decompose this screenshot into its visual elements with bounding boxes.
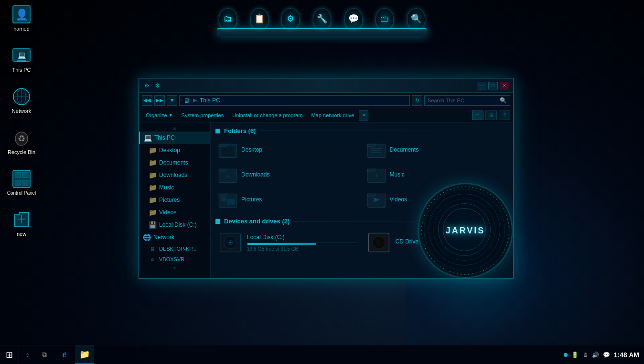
taskbar-app-explorer[interactable]: 📁	[75, 345, 94, 364]
volume-icon[interactable]: 🔊	[592, 352, 599, 358]
taskbar-app-edge[interactable]: e	[55, 345, 74, 364]
sidebar-item-videos[interactable]: 📁 Videos	[139, 206, 210, 219]
main-panel: Folders (6) Desktop	[211, 122, 513, 278]
sidebar-label-downloads: Downloads	[159, 172, 187, 178]
taskbar-search-icon: ○	[25, 351, 30, 359]
sidebar-label-desktop-kp: DESKTOP-KP...	[159, 246, 196, 252]
desktop-icon-hamed[interactable]: 👤 hamed	[5, 5, 38, 32]
svg-text:♻: ♻	[18, 134, 25, 143]
folder-music[interactable]: ♪ Music	[364, 164, 509, 185]
dropdown-button[interactable]: ▼	[167, 95, 177, 106]
sidebar-item-documents[interactable]: 📁 Documents	[139, 156, 210, 169]
sidebar-item-desktop[interactable]: 📁 Desktop	[139, 144, 210, 156]
minimize-button[interactable]: —	[477, 82, 486, 89]
sidebar-item-music[interactable]: 📁 Music	[139, 181, 210, 194]
network-tray-icon: 🖥	[582, 352, 588, 358]
recycle-icon: ♻	[12, 128, 31, 147]
organize-button[interactable]: Organize ▼	[142, 110, 177, 121]
search-icon[interactable]: 🔍	[500, 97, 507, 104]
svg-point-41	[421, 187, 509, 274]
dock-icon-5[interactable]: 💬	[344, 8, 363, 29]
svg-rect-29	[222, 198, 226, 201]
folder-music-label: Music	[390, 171, 405, 178]
map-drive-button[interactable]: Map network drive	[308, 110, 358, 121]
folder-documents[interactable]: Documents	[364, 139, 509, 160]
explorer-icon: 📁	[79, 349, 90, 360]
task-view-button[interactable]: ⧉	[36, 345, 53, 364]
uninstall-button[interactable]: Uninstall or change a program	[228, 110, 306, 121]
sidebar-item-desktop-kp[interactable]: 🖥 DESKTOP-KP...	[139, 243, 210, 254]
devices-title: Devices and drives (2)	[224, 218, 290, 225]
thispc-icon: 💻	[12, 46, 31, 65]
sidebar-item-local-disk[interactable]: 💾 Local Disk (C:)	[139, 219, 210, 231]
view-tiles-button[interactable]: ⊞	[485, 110, 497, 120]
scroll-up[interactable]: ▲	[139, 124, 210, 132]
desktop-icon-network[interactable]: Network	[5, 87, 38, 114]
desktop-icon-recycle[interactable]: ♻ Recycle Bin	[5, 128, 38, 155]
desktop-icon-thispc[interactable]: 💻 This PC	[5, 46, 38, 73]
dock-icon-1[interactable]: 🗂	[219, 8, 237, 29]
sidebar-item-network[interactable]: 🌐 Network	[139, 231, 210, 243]
sidebar-icon-downloads: 📁	[149, 171, 156, 179]
svg-rect-15	[22, 180, 28, 186]
sidebar-item-downloads[interactable]: 📁 Downloads	[139, 169, 210, 181]
device-local-disk-icon	[218, 232, 242, 254]
back-button[interactable]: ◀◀	[142, 95, 152, 106]
clock[interactable]: 1:48 AM	[614, 351, 639, 359]
sidebar-label-desktop: Desktop	[159, 147, 180, 154]
settings-icon-1[interactable]: ⚙	[143, 82, 150, 89]
search-input[interactable]	[428, 98, 498, 103]
sidebar-label-videos: Videos	[159, 209, 176, 216]
indicator-dot	[564, 353, 568, 357]
view-details-icon: ≡	[476, 112, 479, 118]
address-path[interactable]: 🖥 ▶ This PC	[179, 95, 410, 106]
folder-pictures[interactable]: Pictures	[215, 189, 360, 210]
thispc-label: This PC	[12, 67, 31, 73]
toolbar-more-button[interactable]: »	[359, 110, 368, 121]
close-button[interactable]: ✕	[500, 82, 509, 89]
dock-icon-3[interactable]: ⚙	[281, 8, 300, 29]
sidebar-label-local-disk: Local Disk (C:)	[159, 221, 197, 228]
svg-rect-30	[227, 199, 234, 204]
folder-desktop[interactable]: Desktop	[215, 139, 360, 160]
taskbar-search-button[interactable]: ○	[19, 345, 36, 364]
explorer-window: ⚙ ⚙ — □ ✕ ◀◀ ▶▶ ▼ 🖥 ▶ This PC ↻ 🔍 Organi…	[139, 78, 514, 279]
system-properties-button[interactable]: System properties	[178, 110, 228, 121]
search-box[interactable]: 🔍	[424, 95, 510, 106]
view-details-button[interactable]: ≡	[472, 110, 483, 120]
refresh-button[interactable]: ↻	[412, 95, 422, 106]
device-local-disk[interactable]: Local Disk (C:) 19.8 GB free of 31.5 GB	[215, 230, 360, 255]
sidebar-icon-network: 🌐	[143, 233, 150, 241]
sidebar-label-pictures: Pictures	[159, 197, 180, 203]
maximize-button[interactable]: □	[488, 82, 498, 89]
svg-rect-19	[222, 147, 235, 156]
desktop-icon-control[interactable]: Control Panel	[5, 169, 38, 196]
start-button[interactable]: ⊞	[0, 345, 19, 364]
dock-icon-7[interactable]: 🔍	[407, 8, 425, 29]
sidebar-item-this-pc[interactable]: 💻 This PC	[139, 132, 210, 144]
help-button[interactable]: ?	[499, 110, 510, 120]
dock-icon-6[interactable]: 🗃	[376, 8, 394, 29]
folder-pictures-icon	[218, 191, 237, 208]
forward-button[interactable]: ▶▶	[154, 95, 165, 106]
folder-documents-icon	[367, 141, 386, 158]
sidebar-icon-music: 📁	[149, 184, 156, 191]
dock-icon-4[interactable]: 🔧	[313, 8, 331, 29]
taskbar-apps: e 📁	[55, 345, 94, 364]
folder-music-icon: ♪	[367, 166, 386, 183]
settings-icon-2[interactable]: ⚙	[153, 82, 161, 89]
svg-rect-14	[15, 180, 21, 186]
svg-text:♪: ♪	[375, 172, 377, 178]
scroll-down[interactable]: ▼	[139, 265, 210, 272]
hamed-label: hamed	[13, 26, 30, 32]
message-icon[interactable]: 💬	[603, 352, 610, 358]
sidebar-item-pictures[interactable]: 📁 Pictures	[139, 194, 210, 206]
sidebar-item-vboxsvr[interactable]: 🖥 VBOXSVR	[139, 254, 210, 265]
device-local-disk-name: Local Disk (C:)	[247, 234, 357, 241]
svg-rect-13	[22, 172, 28, 178]
folder-downloads[interactable]: ↓ Downloads	[215, 164, 360, 185]
desktop-icon-new[interactable]: new	[5, 210, 38, 237]
svg-point-40	[378, 242, 379, 243]
dock-icon-2[interactable]: 📋	[250, 8, 268, 29]
battery-icon: 🔋	[571, 352, 579, 358]
